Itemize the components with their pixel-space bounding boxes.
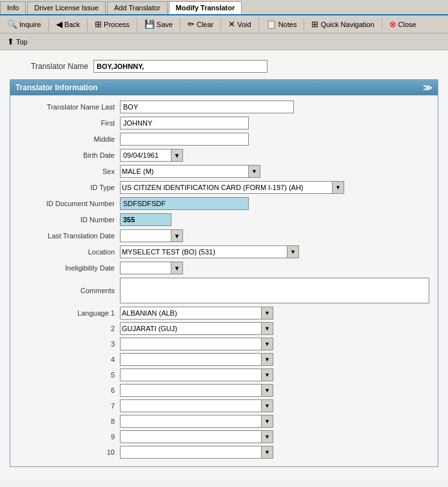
id-type-dropdown-btn[interactable]: ▼ bbox=[333, 181, 344, 194]
id-doc-input[interactable] bbox=[120, 197, 249, 210]
clear-button[interactable]: ✏ Clear bbox=[183, 17, 218, 31]
last-trans-row: Last Translation Date ▼ bbox=[17, 229, 431, 242]
language-select-8[interactable] bbox=[120, 415, 262, 428]
comments-label: Comments bbox=[17, 287, 120, 294]
close-button[interactable]: ⊗ Close bbox=[385, 17, 421, 31]
sep-3 bbox=[137, 18, 137, 31]
ineligibility-picker-button[interactable]: ▼ bbox=[171, 262, 183, 274]
language-select-9[interactable] bbox=[120, 430, 262, 443]
top-button[interactable]: ⬆ Top bbox=[3, 35, 32, 48]
save-button[interactable]: 💾 Save bbox=[140, 17, 177, 31]
language-dropdown-btn-6[interactable]: ▼ bbox=[262, 384, 273, 397]
sep-5 bbox=[220, 18, 221, 31]
process-button[interactable]: ⊞ Process bbox=[90, 17, 134, 31]
tab-info[interactable]: Info bbox=[0, 1, 26, 14]
middle-name-input[interactable] bbox=[120, 133, 249, 146]
language-select-1[interactable]: ALBANIAN (ALB) bbox=[120, 307, 262, 320]
first-name-label: First bbox=[17, 119, 120, 127]
language-label-5: 5 bbox=[17, 371, 120, 379]
last-trans-label: Last Translation Date bbox=[17, 232, 120, 240]
language-select-2[interactable]: GUJARATI (GUJ) bbox=[120, 322, 262, 335]
language-dropdown-btn-8[interactable]: ▼ bbox=[262, 415, 273, 428]
language-select-10[interactable] bbox=[120, 446, 262, 459]
language-row-2: 2GUJARATI (GUJ)▼ bbox=[17, 322, 431, 335]
language-row-6: 6▼ bbox=[17, 384, 431, 397]
last-trans-picker-button[interactable]: ▼ bbox=[171, 229, 183, 242]
notes-icon: 📋 bbox=[266, 19, 277, 29]
language-row-8: 8▼ bbox=[17, 415, 431, 428]
first-name-row: First bbox=[17, 117, 431, 129]
language-select-wrap-9: ▼ bbox=[120, 430, 273, 443]
translator-name-input[interactable] bbox=[93, 60, 268, 73]
id-type-select[interactable]: US CITIZEN IDENTIFICATION CARD (FORM I-1… bbox=[120, 181, 333, 194]
language-dropdown-btn-7[interactable]: ▼ bbox=[262, 399, 273, 412]
sex-label: Sex bbox=[17, 167, 120, 175]
birth-date-wrap: ▼ bbox=[120, 149, 183, 162]
language-dropdown-btn-3[interactable]: ▼ bbox=[262, 338, 273, 350]
language-dropdown-btn-10[interactable]: ▼ bbox=[262, 446, 273, 459]
quick-nav-icon: ⊞ bbox=[311, 19, 318, 29]
language-dropdown-btn-4[interactable]: ▼ bbox=[262, 353, 273, 366]
location-select-wrap: MYSELECT TEST (BO) (531) ▼ bbox=[120, 245, 299, 258]
inquire-button[interactable]: 🔍 Inquire bbox=[3, 17, 46, 31]
back-icon: ◀ bbox=[56, 19, 63, 29]
sex-select[interactable]: MALE (M) FEMALE (F) bbox=[120, 165, 249, 178]
birth-date-input[interactable] bbox=[120, 149, 171, 162]
language-dropdown-btn-9[interactable]: ▼ bbox=[262, 430, 273, 443]
language-label-7: 7 bbox=[17, 402, 120, 410]
main-toolbar: 🔍 Inquire ◀ Back ⊞ Process 💾 Save ✏ Clea… bbox=[0, 15, 448, 33]
language-select-4[interactable] bbox=[120, 353, 262, 366]
language-label-3: 3 bbox=[17, 340, 120, 348]
language-label-10: 10 bbox=[17, 448, 120, 456]
language-label-6: 6 bbox=[17, 387, 120, 394]
notes-button[interactable]: 📋 Notes bbox=[262, 17, 302, 31]
tab-bar: Info Driver License Issue Add Translator… bbox=[0, 0, 448, 15]
section-header: Translator Information ≫ bbox=[10, 80, 438, 95]
sex-select-wrap: MALE (M) FEMALE (F) ▼ bbox=[120, 165, 260, 178]
language-row-9: 9▼ bbox=[17, 430, 431, 443]
sep-1 bbox=[48, 18, 49, 31]
ineligibility-input[interactable] bbox=[120, 262, 171, 274]
first-name-input[interactable] bbox=[120, 117, 249, 129]
location-label: Location bbox=[17, 248, 120, 256]
language-container: Language 1ALBANIAN (ALB)▼2GUJARATI (GUJ)… bbox=[17, 307, 431, 459]
last-name-input[interactable] bbox=[120, 100, 294, 113]
language-dropdown-btn-1[interactable]: ▼ bbox=[262, 307, 273, 320]
tab-modify-translator[interactable]: Modify Translator bbox=[169, 1, 242, 14]
language-select-7[interactable] bbox=[120, 399, 262, 412]
language-select-6[interactable] bbox=[120, 384, 262, 397]
translator-info-section: Translator Information ≫ Translator Name… bbox=[10, 79, 438, 467]
last-trans-wrap: ▼ bbox=[120, 229, 183, 242]
quick-navigation-button[interactable]: ⊞ Quick Navigation bbox=[307, 17, 378, 31]
id-num-label: ID Number bbox=[17, 216, 120, 224]
sep-7 bbox=[304, 18, 304, 31]
language-select-wrap-1: ALBANIAN (ALB)▼ bbox=[120, 307, 273, 320]
language-select-5[interactable] bbox=[120, 368, 262, 381]
sep-8 bbox=[382, 18, 382, 31]
middle-name-label: Middle bbox=[17, 135, 120, 143]
last-name-row: Translator Name Last bbox=[17, 100, 431, 113]
id-num-input[interactable] bbox=[120, 213, 171, 226]
language-row-1: Language 1ALBANIAN (ALB)▼ bbox=[17, 307, 431, 320]
location-select[interactable]: MYSELECT TEST (BO) (531) bbox=[120, 245, 287, 258]
tab-add-translator[interactable]: Add Translator bbox=[107, 1, 168, 14]
id-type-row: ID Type US CITIZEN IDENTIFICATION CARD (… bbox=[17, 181, 431, 194]
language-dropdown-btn-2[interactable]: ▼ bbox=[262, 322, 273, 335]
birth-date-picker-button[interactable]: ▼ bbox=[171, 149, 183, 162]
language-label-8: 8 bbox=[17, 417, 120, 425]
location-dropdown-btn[interactable]: ▼ bbox=[287, 245, 299, 258]
comments-input[interactable] bbox=[120, 278, 429, 303]
language-row-5: 5▼ bbox=[17, 368, 431, 381]
void-icon: ✕ bbox=[228, 19, 235, 29]
sex-dropdown-btn[interactable]: ▼ bbox=[249, 165, 260, 178]
back-button[interactable]: ◀ Back bbox=[52, 17, 84, 31]
ineligibility-label: Ineligibility Date bbox=[17, 264, 120, 272]
void-button[interactable]: ✕ Void bbox=[224, 17, 255, 31]
collapse-icon[interactable]: ≫ bbox=[423, 82, 433, 93]
sep-2 bbox=[87, 18, 88, 31]
language-select-3[interactable] bbox=[120, 338, 262, 350]
language-dropdown-btn-5[interactable]: ▼ bbox=[262, 368, 273, 381]
top-icon: ⬆ bbox=[7, 37, 14, 46]
tab-driver-license[interactable]: Driver License Issue bbox=[27, 1, 106, 14]
last-trans-input[interactable] bbox=[120, 229, 171, 242]
